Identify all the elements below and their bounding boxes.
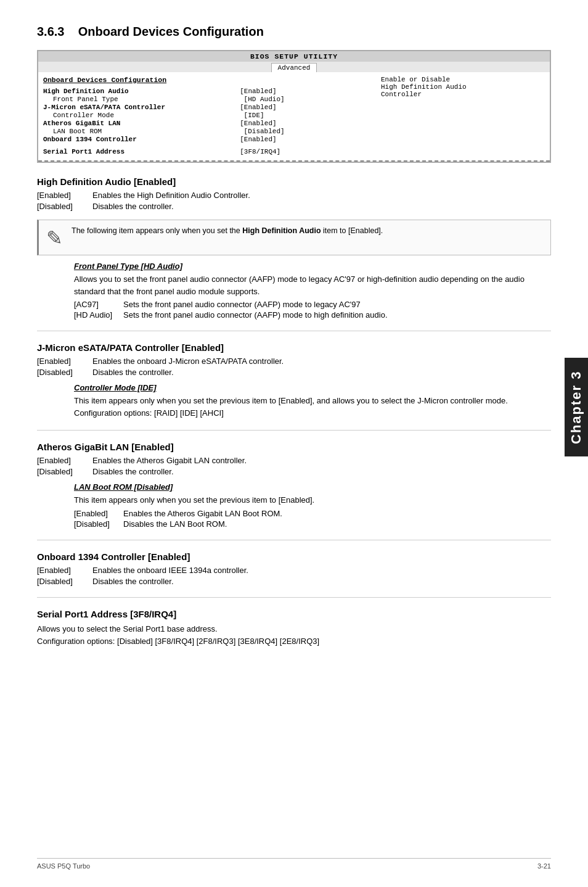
section-1394: Onboard 1394 Controller [Enabled] [Enabl… [37, 551, 551, 586]
chapter-sidebar: Chapter 3 [565, 358, 588, 456]
pencil-icon: ✎ [46, 226, 63, 250]
bios-value-jmicron: [Enabled] [240, 104, 371, 111]
bios-value-hda: [Enabled] [240, 88, 371, 95]
bios-label-lanrom: LAN Boot ROM [43, 128, 244, 135]
section-title: 3.6.3 Onboard Devices Configuration [37, 25, 551, 39]
bios-row-ctrlmode: Controller Mode [IDE] [43, 112, 371, 119]
footer: ASUS P5Q Turbo 3-21 [37, 858, 551, 870]
bios-row-serial: Serial Port1 Address [3F8/IRQ4] [43, 148, 371, 155]
bios-row-hda: High Definition Audio [Enabled] [43, 88, 371, 95]
bios-row-jmicron: J-Micron eSATA/PATA Controller [Enabled] [43, 104, 371, 111]
note-text-hda: The following item appears only when you… [71, 225, 383, 237]
subitem-desc-ctrlmode: This item appears only when you set the … [74, 395, 551, 419]
bios-value-serial: [3F8/IRQ4] [240, 148, 371, 155]
subitem-option-lanrom-disabled: [Disabled] Disables the LAN Boot ROM. [74, 519, 551, 529]
option-1394-disabled: [Disabled] Disables the controller. [37, 577, 551, 586]
subitem-option-lanrom-enabled: [Enabled] Enables the Atheros Gigabit LA… [74, 509, 551, 518]
bios-value-lanrom: [Disabled] [244, 128, 371, 135]
bios-value-atheros: [Enabled] [240, 120, 371, 127]
bios-tab-bar: Advanced [38, 62, 550, 72]
bios-title-bar: BIOS SETUP UTILITY [38, 51, 550, 62]
note-box-hda: ✎ The following item appears only when y… [37, 220, 551, 255]
section-hda: High Definition Audio [Enabled] [Enabled… [37, 176, 551, 320]
bios-row-1394: Onboard 1394 Controller [Enabled] [43, 136, 371, 143]
section-heading-text: Onboard Devices Configuration [78, 25, 264, 38]
bios-label-1394: Onboard 1394 Controller [43, 136, 240, 143]
option-atheros-disabled: [Disabled] Disables the controller. [37, 467, 551, 476]
heading-hda: High Definition Audio [Enabled] [37, 176, 551, 187]
heading-1394: Onboard 1394 Controller [Enabled] [37, 551, 551, 562]
divider-4 [37, 597, 551, 598]
subitem-title-lanrom: LAN Boot ROM [Disabled] [74, 482, 551, 492]
subitem-option-ac97: [AC97] Sets the front panel audio connec… [74, 300, 551, 309]
bios-right-panel: Enable or Disable High Definition Audio … [376, 76, 545, 155]
subitem-title-fpt: Front Panel Type [HD Audio] [74, 262, 551, 271]
subitem-title-ctrlmode: Controller Mode [IDE] [74, 383, 551, 392]
bios-left-panel: Onboard Devices Configuration High Defin… [43, 76, 371, 155]
bios-label-jmicron: J-Micron eSATA/PATA Controller [43, 104, 240, 111]
option-atheros-enabled: [Enabled] Enables the Atheros Gigabit LA… [37, 456, 551, 465]
section-number: 3.6.3 [37, 25, 64, 38]
bios-label-hda: High Definition Audio [43, 88, 240, 95]
divider-1 [37, 331, 551, 331]
option-jmicron-enabled: [Enabled] Enables the onboard J-Micron e… [37, 357, 551, 366]
bios-value-ctrlmode: [IDE] [244, 112, 371, 119]
bios-section-header: Onboard Devices Configuration [43, 76, 371, 84]
footer-left: ASUS P5Q Turbo [37, 862, 90, 870]
bios-row-lanrom: LAN Boot ROM [Disabled] [43, 128, 371, 135]
bios-label-atheros: Atheros GigaBit LAN [43, 120, 240, 127]
section-atheros: Atheros GigaBit LAN [Enabled] [Enabled] … [37, 442, 551, 529]
bios-row-fpt: Front Panel Type [HD Audio] [43, 96, 371, 103]
footer-right: 3-21 [537, 862, 551, 870]
section-serial: Serial Port1 Address [3F8/IRQ4] Allows y… [37, 609, 551, 649]
option-1394-enabled: [Enabled] Enables the onboard IEEE 1394a… [37, 566, 551, 575]
bios-content-area: Onboard Devices Configuration High Defin… [38, 72, 550, 160]
option-jmicron-disabled: [Disabled] Disables the controller. [37, 368, 551, 377]
bios-tab-advanced[interactable]: Advanced [271, 63, 317, 72]
divider-3 [37, 540, 551, 540]
subitem-option-hdaudio: [HD Audio] Sets the front panel audio co… [74, 310, 551, 320]
serial-desc: Allows you to select the Serial Port1 ba… [37, 623, 551, 649]
bios-label-ctrlmode: Controller Mode [43, 112, 244, 119]
section-jmicron: J-Micron eSATA/PATA Controller [Enabled]… [37, 342, 551, 419]
subitem-desc-lanrom: This item appears only when you set the … [74, 494, 551, 506]
heading-serial: Serial Port1 Address [3F8/IRQ4] [37, 609, 551, 619]
bios-label-fpt: Front Panel Type [43, 96, 244, 103]
option-hda-enabled: [Enabled] Enables the High Definition Au… [37, 191, 551, 200]
heading-atheros: Atheros GigaBit LAN [Enabled] [37, 442, 551, 452]
bios-setup-box: BIOS SETUP UTILITY Advanced Onboard Devi… [37, 50, 551, 163]
bios-label-serial: Serial Port1 Address [43, 148, 240, 155]
bios-value-1394: [Enabled] [240, 136, 371, 143]
bios-value-fpt: [HD Audio] [244, 96, 371, 103]
heading-jmicron: J-Micron eSATA/PATA Controller [Enabled] [37, 342, 551, 353]
option-hda-disabled: [Disabled] Disables the controller. [37, 202, 551, 211]
bios-row-atheros: Atheros GigaBit LAN [Enabled] [43, 120, 371, 127]
subitem-desc-fpt: Allows you to set the front panel audio … [74, 273, 551, 297]
divider-2 [37, 430, 551, 431]
bios-dashed-separator [38, 160, 550, 162]
